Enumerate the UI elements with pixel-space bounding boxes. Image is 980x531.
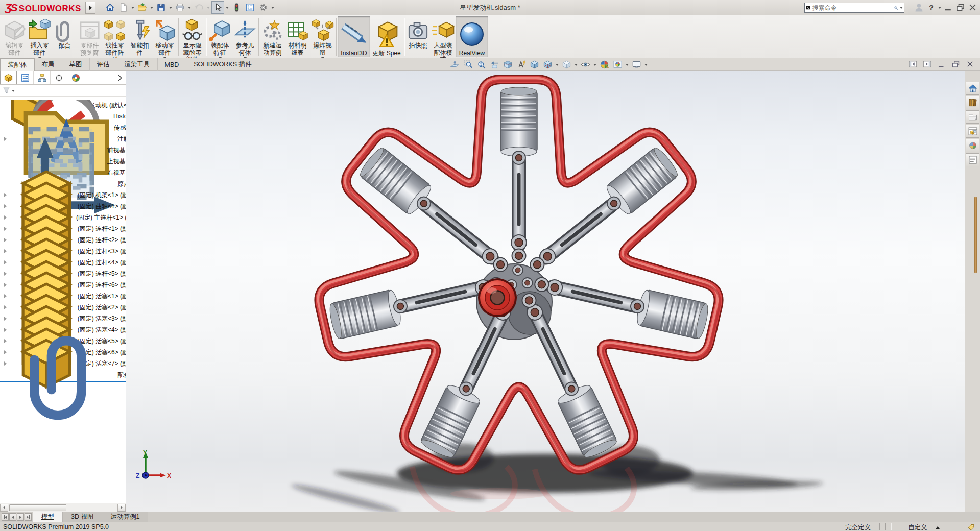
qt-undo-button[interactable]	[193, 1, 205, 14]
search-dropdown-icon[interactable]	[900, 7, 903, 9]
hide-show-items-dropdown[interactable]	[592, 64, 597, 66]
qt-rebuild-light-button[interactable]	[230, 1, 243, 14]
tab-layout[interactable]: 布局	[35, 58, 62, 71]
qt-save-dropdown[interactable]	[168, 1, 173, 14]
qt-open-button[interactable]	[136, 1, 149, 14]
design-library-button[interactable]	[966, 96, 979, 109]
qt-select-dropdown[interactable]	[225, 1, 230, 14]
qt-settings-dropdown[interactable]	[270, 1, 275, 14]
expand-arrow-icon[interactable]	[4, 272, 7, 276]
previous-document-icon[interactable]	[908, 59, 918, 69]
ribbon-ref-geo-button[interactable]: 参考几何体	[232, 16, 257, 57]
ribbon-show-hidden-button[interactable]: 显示隐藏的零部件	[180, 16, 205, 57]
prev-tab-button[interactable]	[9, 513, 16, 521]
custom-properties-button[interactable]	[966, 153, 979, 166]
expand-arrow-icon[interactable]	[4, 361, 7, 366]
ribbon-explode-button[interactable]: 爆炸视图	[310, 16, 335, 57]
scroll-right-button[interactable]	[117, 504, 126, 512]
scroll-thumb[interactable]	[9, 504, 66, 511]
doc-close-icon[interactable]	[965, 59, 975, 69]
ribbon-bom-button[interactable]: 材料明细表	[285, 16, 310, 57]
command-search-box[interactable]	[804, 3, 904, 13]
ribbon-asm-feat-button[interactable]: 装配体特征	[207, 16, 232, 57]
view-settings-button[interactable]	[630, 59, 642, 70]
restore-button[interactable]	[955, 2, 966, 13]
display-style-button[interactable]	[560, 59, 572, 70]
menu-expand-button[interactable]	[85, 2, 95, 14]
zoom-to-area-button[interactable]	[462, 59, 474, 70]
zoom-in-out-button[interactable]	[475, 59, 487, 70]
close-button[interactable]	[967, 2, 978, 13]
expand-arrow-icon[interactable]	[4, 350, 7, 354]
view-annotations-button[interactable]	[515, 59, 527, 70]
first-tab-button[interactable]	[2, 513, 9, 521]
ribbon-instant3d-button[interactable]: Instant3D	[338, 16, 370, 57]
qt-new-document-button[interactable]	[117, 1, 130, 14]
section-view-button[interactable]	[501, 59, 514, 70]
view-orientation-dropdown[interactable]	[555, 64, 559, 66]
panel-tab-propertymanager[interactable]	[17, 71, 34, 84]
ribbon-move-comp-button[interactable]: 移动零部件	[152, 16, 177, 57]
qt-save-button[interactable]	[155, 1, 168, 14]
status-tag-icon[interactable]	[967, 523, 975, 531]
ribbon-motion-button[interactable]: 新建运动算例	[260, 16, 285, 57]
graphics-area[interactable]: YXZ	[126, 71, 965, 512]
tab-sketch[interactable]: 草图	[62, 58, 90, 71]
expand-arrow-icon[interactable]	[4, 227, 7, 231]
doc-minimize-icon[interactable]	[937, 59, 946, 69]
ribbon-mate-button[interactable]: 配合	[52, 16, 77, 57]
ribbon-large-asm-button[interactable]: 大型装配体模式	[431, 16, 456, 57]
scroll-left-button[interactable]	[0, 504, 8, 512]
expand-arrow-icon[interactable]	[4, 317, 7, 321]
tree-item[interactable]: 配合	[0, 369, 126, 380]
panel-tab-featuremanager[interactable]	[0, 71, 17, 84]
ribbon-snapshot-button[interactable]: 拍快照	[405, 16, 431, 57]
help-button[interactable]: ?	[926, 2, 937, 13]
tab-assembly[interactable]: 装配体	[0, 58, 35, 71]
filter-dropdown-icon[interactable]	[12, 90, 15, 92]
filter-icon[interactable]	[2, 86, 11, 95]
next-document-icon[interactable]	[922, 59, 932, 69]
expand-arrow-icon[interactable]	[4, 137, 7, 141]
zoom-to-fit-button[interactable]	[448, 59, 461, 70]
view-orientation-button[interactable]	[541, 59, 554, 70]
ribbon-speedpak-button[interactable]: 更新 Speedpak	[370, 16, 403, 57]
doc-restore-icon[interactable]	[951, 59, 961, 69]
status-custom-dropdown-icon[interactable]	[936, 526, 940, 529]
panel-tab-displaymanager[interactable]	[67, 71, 84, 84]
appearances-scenes-button[interactable]	[966, 139, 979, 152]
edit-appearance-button[interactable]	[598, 59, 610, 70]
tab-render-tools[interactable]: 渲染工具	[117, 58, 158, 71]
panel-tab-configurationmanager[interactable]	[34, 71, 51, 84]
file-explorer-button[interactable]	[966, 110, 979, 124]
search-icon[interactable]	[894, 4, 898, 12]
qt-open-dropdown[interactable]	[149, 1, 154, 14]
expand-arrow-icon[interactable]	[4, 328, 7, 332]
apply-scene-dropdown[interactable]	[625, 64, 629, 66]
qt-new-document-dropdown[interactable]	[130, 1, 135, 14]
status-custom-button[interactable]: 自定义	[908, 523, 927, 531]
qt-options-list-button[interactable]	[244, 1, 256, 14]
expand-arrow-icon[interactable]	[4, 283, 7, 287]
tab-motion-study-1[interactable]: 运动算例1	[102, 512, 148, 522]
last-tab-button[interactable]	[25, 513, 32, 521]
tree-horizontal-scrollbar[interactable]	[0, 503, 126, 512]
help-dropdown-icon[interactable]	[938, 7, 941, 9]
login-user-icon[interactable]	[914, 2, 924, 13]
tab-mbd[interactable]: MBD	[158, 58, 187, 71]
panel-tab-dimxpertmanager[interactable]	[51, 71, 67, 84]
qt-settings-button[interactable]	[257, 1, 270, 14]
tab-evaluate[interactable]: 评估	[90, 58, 117, 71]
expand-arrow-icon[interactable]	[4, 305, 7, 309]
tab-model[interactable]: 模型	[33, 512, 63, 522]
tab-3d-views[interactable]: 3D 视图	[63, 512, 102, 522]
expand-arrow-icon[interactable]	[4, 238, 7, 242]
hide-show-items-button[interactable]	[579, 59, 591, 70]
qt-select-button[interactable]	[211, 1, 224, 14]
expand-arrow-icon[interactable]	[4, 204, 7, 208]
tab-solidworks-addins[interactable]: SOLIDWORKS 插件	[186, 58, 259, 71]
expand-arrow-icon[interactable]	[4, 249, 7, 253]
expand-arrow-icon[interactable]	[4, 294, 7, 298]
radial-engine-model[interactable]: YXZ	[126, 71, 965, 512]
ribbon-realview-button[interactable]: RealView 图形	[456, 16, 488, 57]
